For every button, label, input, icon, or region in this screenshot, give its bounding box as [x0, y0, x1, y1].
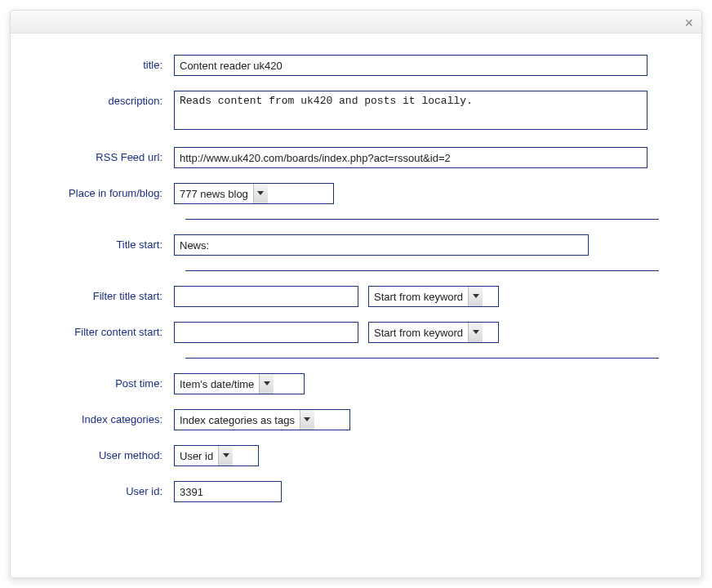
- user-method-select[interactable]: User id: [174, 445, 259, 466]
- filter-title-mode-select[interactable]: Start from keyword: [368, 286, 499, 307]
- divider: [185, 219, 659, 220]
- index-categories-value: Index categories as tags: [175, 414, 300, 426]
- label-filter-content: Filter content start:: [38, 322, 174, 338]
- label-index-categories: Index categories:: [38, 409, 174, 425]
- title-input[interactable]: [174, 55, 647, 76]
- label-place: Place in forum/blog:: [38, 183, 174, 199]
- svg-marker-1: [473, 294, 479, 298]
- label-rss: RSS Feed url:: [38, 147, 174, 163]
- chevron-down-icon: [253, 184, 268, 203]
- label-user-method: User method:: [38, 445, 174, 461]
- rss-url-input[interactable]: [174, 147, 647, 168]
- place-select-value: 777 news blog: [175, 188, 253, 200]
- svg-marker-4: [304, 417, 310, 421]
- filter-title-input[interactable]: [174, 286, 358, 307]
- chevron-down-icon: [259, 374, 274, 394]
- chevron-down-icon: [300, 410, 314, 430]
- chevron-down-icon: [218, 446, 233, 466]
- description-input[interactable]: [174, 91, 647, 130]
- index-categories-select[interactable]: Index categories as tags: [174, 409, 350, 430]
- label-post-time: Post time:: [38, 373, 174, 390]
- svg-marker-0: [257, 191, 264, 195]
- filter-content-input[interactable]: [174, 322, 358, 343]
- close-icon[interactable]: ×: [684, 16, 693, 30]
- divider: [185, 358, 659, 359]
- place-select[interactable]: 777 news blog: [174, 183, 334, 204]
- label-title: title:: [38, 55, 174, 71]
- user-id-input[interactable]: [174, 481, 282, 502]
- label-description: description:: [38, 91, 174, 107]
- filter-content-mode-value: Start from keyword: [369, 327, 468, 339]
- svg-marker-3: [264, 381, 270, 385]
- divider: [185, 270, 659, 271]
- chevron-down-icon: [468, 287, 483, 306]
- label-filter-title: Filter title start:: [38, 286, 174, 302]
- dialog-content: title: description: RSS Feed url: Place …: [11, 33, 701, 533]
- label-title-start: Title start:: [38, 234, 174, 251]
- filter-title-mode-value: Start from keyword: [369, 291, 468, 303]
- title-start-input[interactable]: [174, 234, 589, 256]
- dialog-titlebar: ×: [11, 11, 701, 33]
- post-time-select[interactable]: Item's date/time: [174, 373, 305, 394]
- filter-content-mode-select[interactable]: Start from keyword: [368, 322, 499, 343]
- label-user-id: User id:: [38, 481, 174, 497]
- post-time-value: Item's date/time: [175, 378, 259, 390]
- svg-marker-5: [223, 453, 229, 457]
- chevron-down-icon: [468, 323, 483, 342]
- user-method-value: User id: [175, 450, 218, 462]
- dialog-panel: × title: description: RSS Feed url: Plac…: [10, 10, 702, 578]
- svg-marker-2: [473, 330, 479, 334]
